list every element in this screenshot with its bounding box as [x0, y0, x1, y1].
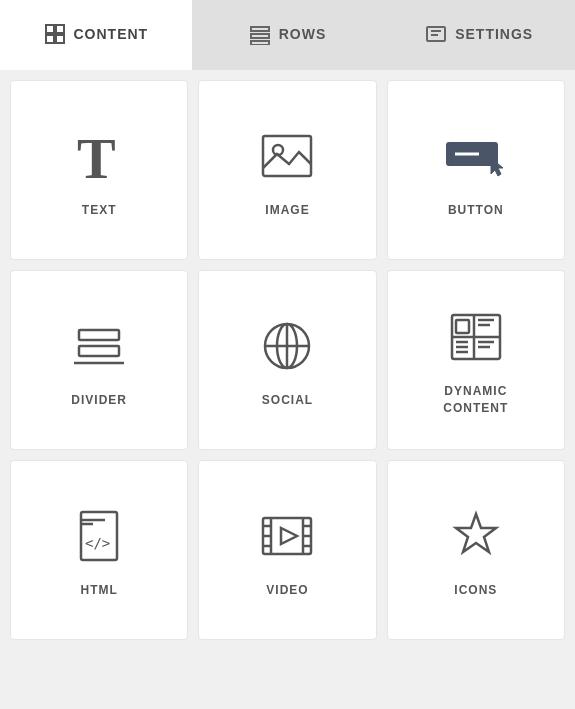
video-icon — [257, 506, 317, 566]
button-icon — [441, 126, 511, 186]
grid-icon — [44, 23, 66, 45]
tab-settings[interactable]: SETTINGS — [383, 0, 575, 70]
svg-text:T: T — [77, 126, 116, 186]
text-label: TEXT — [82, 202, 117, 219]
social-label: SOCIAL — [262, 392, 313, 409]
grid-item-video[interactable]: VIDEO — [198, 460, 376, 640]
svg-rect-17 — [79, 346, 119, 356]
grid-item-text[interactable]: T TEXT — [10, 80, 188, 260]
html-label: HTML — [81, 582, 118, 599]
svg-rect-4 — [251, 27, 269, 31]
settings-icon — [425, 23, 447, 45]
divider-icon — [69, 316, 129, 376]
tab-rows[interactable]: ROWS — [192, 0, 384, 70]
rows-icon — [249, 23, 271, 45]
svg-marker-47 — [456, 514, 496, 552]
svg-rect-3 — [56, 35, 64, 43]
tab-bar: CONTENT ROWS SETTINGS — [0, 0, 575, 70]
dynamic-content-icon — [446, 307, 506, 367]
tab-content[interactable]: CONTENT — [0, 0, 192, 70]
grid-item-html[interactable]: </> HTML — [10, 460, 188, 640]
grid-item-button[interactable]: BUTTON — [387, 80, 565, 260]
divider-label: DIVIDER — [71, 392, 127, 409]
text-icon: T — [69, 126, 129, 186]
svg-rect-5 — [251, 34, 269, 38]
grid-item-social[interactable]: SOCIAL — [198, 270, 376, 450]
svg-rect-2 — [46, 35, 54, 43]
image-label: IMAGE — [265, 202, 309, 219]
tab-content-label: CONTENT — [74, 26, 149, 42]
svg-marker-46 — [281, 528, 297, 544]
grid-item-dynamic-content[interactable]: DYNAMICCONTENT — [387, 270, 565, 450]
grid-item-image[interactable]: IMAGE — [198, 80, 376, 260]
svg-rect-16 — [79, 330, 119, 340]
svg-rect-6 — [251, 41, 269, 45]
video-label: VIDEO — [266, 582, 308, 599]
svg-text:</>: </> — [85, 535, 110, 551]
grid-item-icons[interactable]: ICONS — [387, 460, 565, 640]
button-label: BUTTON — [448, 202, 504, 219]
social-icon — [257, 316, 317, 376]
tab-rows-label: ROWS — [279, 26, 327, 42]
icons-label: ICONS — [454, 582, 497, 599]
svg-rect-0 — [46, 25, 54, 33]
grid-item-divider[interactable]: DIVIDER — [10, 270, 188, 450]
svg-rect-26 — [456, 320, 469, 333]
tab-settings-label: SETTINGS — [455, 26, 533, 42]
image-icon — [257, 126, 317, 186]
content-grid: T TEXT IMAGE BUTTON — [0, 70, 575, 650]
html-icon: </> — [69, 506, 129, 566]
icons-icon — [446, 506, 506, 566]
svg-rect-1 — [56, 25, 64, 33]
dynamic-content-label: DYNAMICCONTENT — [443, 383, 508, 417]
